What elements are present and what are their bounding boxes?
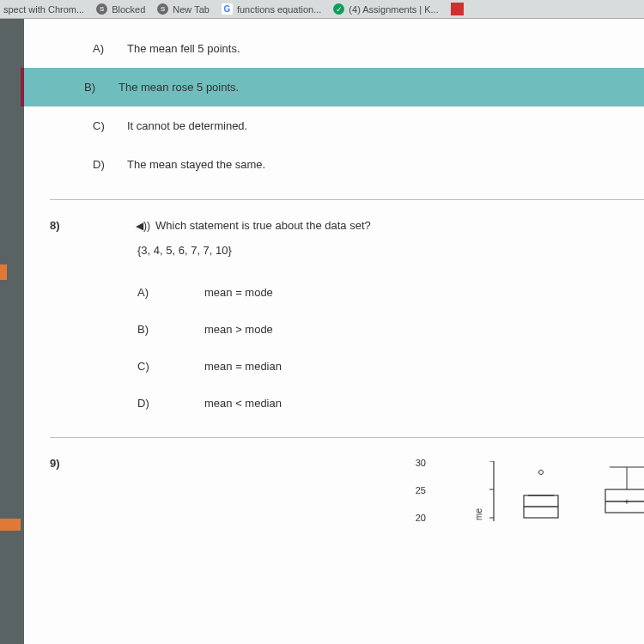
choice-label: A) bbox=[136, 286, 204, 299]
question-prompt: ◀)) Which statement is true about the da… bbox=[136, 219, 644, 232]
question-content: 30 25 20 me bbox=[136, 457, 644, 530]
question-9: 9) 30 25 20 me bbox=[58, 457, 644, 530]
ytick-30: 30 bbox=[416, 458, 426, 468]
choice-text: mean < median bbox=[204, 397, 282, 410]
tab-assignments[interactable]: ✓ (4) Assignments | K... bbox=[333, 3, 438, 15]
choice-label: C) bbox=[67, 119, 127, 132]
checkmark-icon: ✓ bbox=[333, 3, 344, 15]
boxplot-svg: + bbox=[489, 461, 644, 530]
boxplot-chart: 30 25 20 me bbox=[419, 461, 644, 530]
sidebar-marker bbox=[0, 264, 7, 280]
choice-d[interactable]: D) The mean stayed the same. bbox=[58, 145, 644, 184]
ytick-20: 20 bbox=[416, 513, 426, 523]
choice-text: It cannot be determined. bbox=[127, 119, 635, 132]
tab-google[interactable]: G functions equation... bbox=[222, 3, 321, 15]
left-sidebar bbox=[0, 19, 24, 644]
question-number: 9) bbox=[50, 457, 136, 530]
choice-text: The mean fell 5 points. bbox=[127, 42, 635, 55]
browser-tab-bar: spect with Chrom... S Blocked S New Tab … bbox=[0, 0, 644, 19]
globe-icon: S bbox=[157, 3, 168, 15]
choice-b-selected[interactable]: B) The mean rose 5 points. bbox=[21, 68, 644, 106]
tab-label: spect with Chrom... bbox=[3, 4, 84, 15]
tab-label: Blocked bbox=[112, 4, 145, 15]
choice-d[interactable]: D) mean < median bbox=[136, 385, 644, 422]
tab-blocked[interactable]: S Blocked bbox=[96, 3, 145, 15]
svg-text:+: + bbox=[624, 497, 629, 507]
question-divider bbox=[50, 437, 644, 438]
question-8: 8) ◀)) Which statement is true about the… bbox=[58, 219, 644, 422]
mcgraw-icon bbox=[451, 3, 464, 15]
svg-point-4 bbox=[539, 471, 544, 475]
choice-a[interactable]: A) The mean fell 5 points. bbox=[58, 29, 644, 68]
quiz-content: A) The mean fell 5 points. B) The mean r… bbox=[24, 19, 644, 644]
choice-text: mean = mode bbox=[204, 286, 273, 299]
prompt-text: Which statement is true about the data s… bbox=[155, 219, 371, 232]
question-content: ◀)) Which statement is true about the da… bbox=[136, 219, 644, 422]
google-icon: G bbox=[222, 3, 233, 15]
choice-text: The mean rose 5 points. bbox=[118, 81, 644, 94]
tab-mcgraw[interactable] bbox=[451, 3, 464, 15]
question-number: 8) bbox=[50, 219, 136, 422]
choice-label: D) bbox=[136, 397, 204, 410]
globe-icon: S bbox=[96, 3, 107, 15]
tab-chrome[interactable]: spect with Chrom... bbox=[3, 4, 84, 15]
choice-text: mean = median bbox=[204, 360, 282, 373]
choice-b[interactable]: B) mean > mode bbox=[136, 311, 644, 348]
choice-c[interactable]: C) It cannot be determined. bbox=[58, 106, 644, 145]
choice-c[interactable]: C) mean = median bbox=[136, 348, 644, 385]
choice-text: The mean stayed the same. bbox=[127, 158, 635, 171]
choice-text: mean > mode bbox=[204, 323, 273, 336]
tab-label: New Tab bbox=[173, 4, 210, 15]
choice-label: A) bbox=[67, 42, 127, 55]
ytick-25: 25 bbox=[416, 485, 426, 495]
sidebar-marker bbox=[0, 519, 21, 531]
choice-label: D) bbox=[67, 158, 127, 171]
y-axis-label: me bbox=[474, 508, 483, 520]
choice-label: C) bbox=[136, 360, 204, 373]
tab-label: functions equation... bbox=[237, 4, 321, 15]
choice-label: B) bbox=[136, 323, 204, 336]
choice-label: B) bbox=[58, 81, 118, 94]
choice-a[interactable]: A) mean = mode bbox=[136, 274, 644, 311]
tab-label: (4) Assignments | K... bbox=[349, 4, 438, 15]
question-divider bbox=[50, 199, 644, 200]
audio-icon[interactable]: ◀)) bbox=[136, 220, 150, 232]
tab-newtab[interactable]: S New Tab bbox=[157, 3, 210, 15]
dataset-text: {3, 4, 5, 6, 7, 7, 10} bbox=[137, 244, 644, 257]
